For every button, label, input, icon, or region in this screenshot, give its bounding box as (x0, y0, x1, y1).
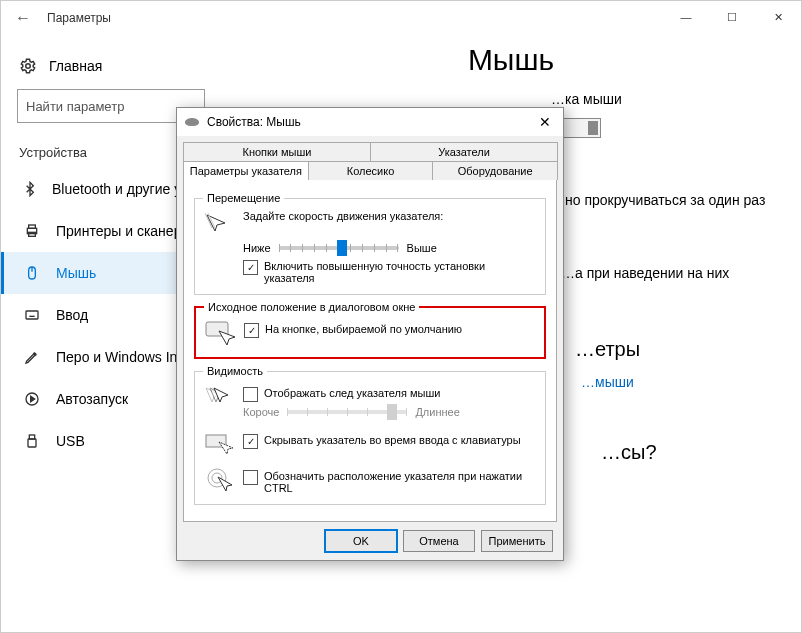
back-button[interactable]: ← (15, 9, 35, 27)
hover-label: …а при наведении на них (561, 263, 781, 284)
mouse-properties-dialog: Свойства: Мышь ✕ Кнопки мыши Указатели П… (176, 107, 564, 561)
mouse-icon (185, 118, 199, 126)
apply-button[interactable]: Применить (481, 530, 553, 552)
autoplay-icon (22, 389, 42, 409)
hide-typing-label: Скрывать указатель во время ввода с клав… (264, 434, 521, 446)
tab-hardware[interactable]: Оборудование (432, 161, 558, 180)
printer-icon (22, 221, 42, 241)
snap-to-label: На кнопке, выбираемой по умолчанию (265, 323, 462, 335)
dialog-close-button[interactable]: ✕ (535, 114, 555, 130)
tab-buttons[interactable]: Кнопки мыши (183, 142, 371, 161)
sidebar-item-label: Автозапуск (56, 391, 128, 407)
tab-wheel[interactable]: Колесико (308, 161, 434, 180)
mouse-icon (22, 263, 42, 283)
sidebar-item-label: Мышь (56, 265, 96, 281)
window-title: Параметры (47, 11, 111, 25)
group-visibility: Видимость Отображать след указателя мыши (194, 365, 546, 505)
hide-typing-icon (203, 430, 235, 458)
sidebar-item-label: Перо и Windows Ink (56, 349, 184, 365)
group-motion: Перемещение Задайте скорость движения ук… (194, 192, 546, 295)
ctrl-locate-label: Обозначить расположение указателя при на… (264, 470, 537, 494)
primary-button-dropdown[interactable] (559, 118, 601, 138)
enhance-precision-checkbox[interactable]: ✓ (243, 260, 258, 275)
speed-fast-label: Выше (407, 242, 437, 254)
pointer-speed-slider[interactable] (279, 246, 399, 250)
trails-long-label: Длиннее (415, 406, 459, 418)
close-button[interactable]: ✕ (755, 1, 801, 33)
svg-rect-13 (28, 439, 36, 447)
pointer-speed-icon (203, 210, 235, 238)
primary-button-label: …ка мыши (551, 89, 781, 110)
speed-slow-label: Ниже (243, 242, 271, 254)
minimize-button[interactable]: — (663, 1, 709, 33)
snap-to-checkbox[interactable]: ✓ (244, 323, 259, 338)
svg-rect-6 (26, 311, 38, 319)
pointer-trails-icon (203, 383, 235, 411)
cancel-button[interactable]: Отмена (403, 530, 475, 552)
snap-to-icon (204, 319, 236, 347)
home-label: Главная (49, 58, 102, 74)
gear-icon (19, 57, 37, 75)
maximize-button[interactable]: ☐ (709, 1, 755, 33)
help-header: …сы? (601, 437, 781, 467)
scroll-label: …но прокручиваться за один раз (551, 190, 781, 211)
pen-icon (22, 347, 42, 367)
trails-short-label: Короче (243, 406, 279, 418)
svg-point-0 (26, 64, 31, 69)
usb-icon (22, 431, 42, 451)
enhance-precision-label: Включить повышенную точность установки у… (264, 260, 537, 284)
ctrl-locate-icon (203, 466, 235, 494)
keyboard-icon (22, 305, 42, 325)
page-title: Мышь (241, 43, 781, 77)
sidebar-item-label: Принтеры и сканеры (56, 223, 191, 239)
home-link[interactable]: Главная (1, 51, 221, 85)
bluetooth-icon (22, 179, 38, 199)
group-visibility-legend: Видимость (203, 365, 267, 377)
sidebar-item-label: USB (56, 433, 85, 449)
sidebar-item-label: Ввод (56, 307, 88, 323)
hide-typing-checkbox[interactable]: ✓ (243, 434, 258, 449)
tab-pointer-options[interactable]: Параметры указателя (183, 161, 309, 180)
ctrl-locate-checkbox[interactable] (243, 470, 258, 485)
pointer-trails-label: Отображать след указателя мыши (264, 387, 440, 399)
dialog-title: Свойства: Мышь (207, 115, 535, 129)
search-placeholder: Найти параметр (26, 99, 124, 114)
group-snap-to: Исходное положение в диалоговом окне ✓ Н… (194, 301, 546, 359)
related-header: …етры (575, 334, 781, 364)
motion-instruction: Задайте скорость движения указателя: (243, 210, 537, 222)
svg-rect-2 (29, 225, 36, 228)
group-snap-legend: Исходное положение в диалоговом окне (204, 301, 419, 313)
tab-pointers[interactable]: Указатели (370, 142, 558, 161)
related-link[interactable]: …мыши (581, 372, 781, 393)
pointer-trails-slider (287, 410, 407, 414)
group-motion-legend: Перемещение (203, 192, 284, 204)
ok-button[interactable]: OK (325, 530, 397, 552)
pointer-trails-checkbox[interactable] (243, 387, 258, 402)
